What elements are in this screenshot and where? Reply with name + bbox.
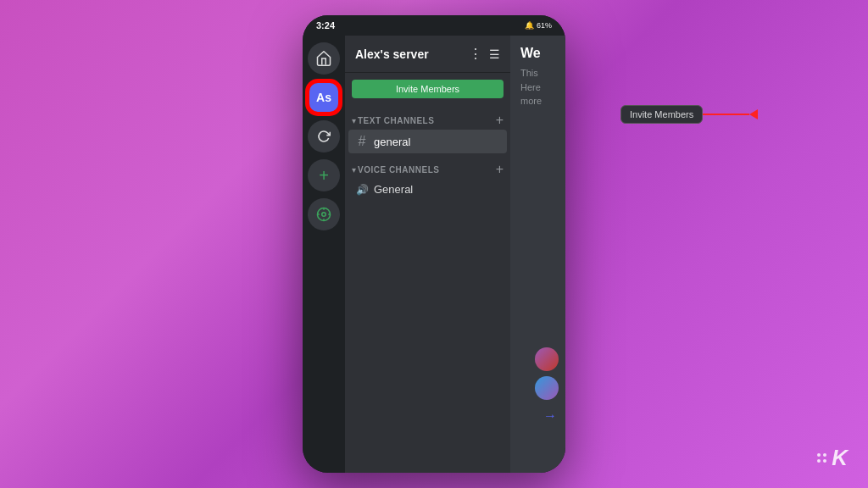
text-chevron-icon: ▾ <box>352 116 356 125</box>
add-text-channel-icon[interactable]: + <box>496 114 504 127</box>
text-channels-header[interactable]: ▾ TEXT CHANNELS + <box>345 110 510 129</box>
voice-channels-label: VOICE CHANNELS <box>358 165 496 175</box>
channel-general[interactable]: # general <box>348 130 507 153</box>
app-container: As + <box>303 36 565 473</box>
welcome-text-line3: more <box>520 94 555 108</box>
menu-icon[interactable]: ☰ <box>489 47 500 61</box>
header-icons: ⋮ ☰ <box>469 46 500 62</box>
battery-icon: 61% <box>537 21 552 30</box>
channel-voice-general[interactable]: 🔊 General <box>348 179 507 200</box>
watermark: K <box>817 445 848 471</box>
voice-channels-header[interactable]: ▾ VOICE CHANNELS + <box>345 159 510 178</box>
refresh-icon[interactable] <box>308 120 340 152</box>
hash-icon: # <box>355 134 369 149</box>
channel-sidebar: Alex's server ⋮ ☰ Invite Members ▾ TEXT … <box>345 36 510 473</box>
status-icons: 🔔 61% <box>525 21 552 30</box>
add-icon-symbol: + <box>319 166 329 186</box>
server-header[interactable]: Alex's server ⋮ ☰ <box>345 36 510 73</box>
discovery-icon[interactable] <box>308 198 340 230</box>
dot4 <box>823 459 826 463</box>
arrow-line <box>703 114 749 115</box>
watermark-dots <box>817 453 826 463</box>
dot3 <box>817 459 821 463</box>
svg-point-1 <box>322 213 326 217</box>
voice-channels-section: ▾ VOICE CHANNELS + 🔊 General <box>345 154 510 201</box>
home-icon[interactable] <box>308 42 340 75</box>
status-bar: 3:24 🔔 61% <box>303 15 565 36</box>
invite-bubble-label: Invite Members <box>620 105 703 124</box>
status-time: 3:24 <box>316 20 335 30</box>
arrow-annotation: Invite Members <box>616 105 758 124</box>
avatar-1 <box>535 347 559 371</box>
invite-bar[interactable]: Invite Members <box>352 80 504 98</box>
active-server-icon[interactable]: As <box>308 81 340 114</box>
text-channels-section: ▾ TEXT CHANNELS + # general <box>345 105 510 154</box>
server-name: Alex's server <box>355 47 429 61</box>
add-server-icon[interactable]: + <box>308 159 340 191</box>
bottom-arrow-icon: → <box>543 408 557 424</box>
main-content: We This Here more → <box>510 36 565 473</box>
phone-frame: 3:24 🔔 61% As <box>303 15 565 473</box>
avatar-group <box>535 347 559 405</box>
voice-chevron-icon: ▾ <box>352 165 356 175</box>
channel-general-name: general <box>374 136 410 148</box>
welcome-text-line2: Here <box>520 80 555 95</box>
server-initials: As <box>316 91 331 104</box>
voice-channel-name: General <box>374 183 413 196</box>
text-channels-label: TEXT CHANNELS <box>358 116 496 125</box>
add-voice-channel-icon[interactable]: + <box>496 163 504 176</box>
dot2 <box>823 453 826 457</box>
dot1 <box>817 453 821 457</box>
welcome-text-line1: This <box>520 66 555 80</box>
welcome-content: We This Here more <box>510 36 565 119</box>
avatar-2 <box>535 376 559 400</box>
watermark-letter: K <box>832 445 848 471</box>
arrow-head <box>749 109 758 119</box>
server-sidebar: As + <box>303 36 345 473</box>
speaker-icon: 🔊 <box>355 184 369 196</box>
dots-icon[interactable]: ⋮ <box>469 46 482 62</box>
welcome-title: We <box>520 46 555 61</box>
notification-icon: 🔔 <box>525 21 534 30</box>
